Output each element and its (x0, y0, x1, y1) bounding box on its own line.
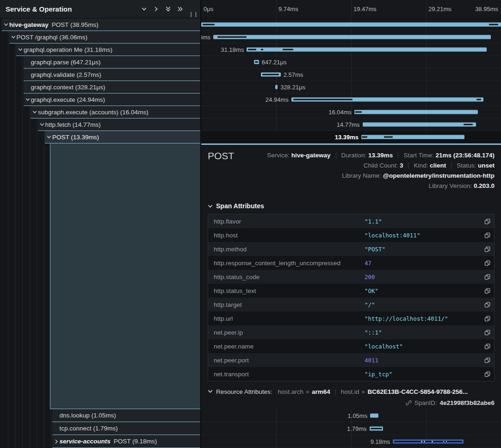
attribute-value: "::1" (365, 329, 480, 336)
link-icon[interactable] (406, 400, 412, 406)
attribute-key: net.transport (208, 371, 365, 378)
attribute-value: "/" (365, 301, 480, 308)
span-bar[interactable] (261, 73, 281, 77)
chevron-down-icon[interactable] (138, 3, 150, 15)
copy-icon[interactable] (480, 343, 494, 349)
span-tree-row[interactable]: http.fetch (14.77ms) (0, 118, 200, 131)
span-bar[interactable] (361, 135, 464, 139)
attribute-row: http.status_code200 (208, 270, 494, 284)
timeline-row[interactable]: 1.05ms (201, 409, 501, 422)
span-bar[interactable] (291, 98, 483, 102)
timeline-panel: 0μs9.74ms19.47ms29.21ms38.95ms 38.95ms36… (201, 0, 501, 448)
child-span-mark (476, 99, 481, 100)
span-bar[interactable] (370, 426, 383, 430)
copy-icon[interactable] (480, 316, 494, 322)
timeline-row[interactable]: 13.39ms (201, 131, 501, 143)
service-name: hive-gateway (9, 21, 49, 28)
timeline-row[interactable]: 36.06ms (201, 31, 501, 44)
timeline-row[interactable]: 31.18ms (201, 44, 501, 56)
meta-value: 13.39ms (368, 152, 393, 159)
attribute-key: http.url (208, 315, 365, 322)
copy-icon[interactable] (480, 218, 494, 224)
span-duration-label: 14.77ms (337, 121, 360, 128)
timeline-row[interactable]: 647.21μs (201, 56, 501, 68)
attribute-value: "http://localhost:4011/" (365, 315, 480, 322)
timeline-row[interactable]: 328.21μs (201, 81, 501, 93)
span-tree-row[interactable]: graphql.context (328.21μs) (0, 81, 200, 93)
panel-header: Service & Operation ❘❘ (0, 0, 200, 19)
span-tree-row[interactable]: POST /graphql (36.06ms) (0, 31, 200, 44)
meta-label: Child Count: (364, 162, 400, 169)
resource-attributes-row[interactable]: Resource Attributes: host.arch=arm64host… (208, 388, 495, 395)
copy-icon[interactable] (480, 288, 494, 294)
timeline-row[interactable]: 2.57ms (201, 68, 501, 81)
span-tree-row[interactable]: dns.lookup (1.05ms) (0, 409, 200, 422)
chevron-down-icon[interactable] (17, 47, 24, 52)
copy-icon[interactable] (480, 260, 494, 266)
chevron-down-icon[interactable] (31, 110, 38, 114)
span-meta: Service: hive-gatewayDuration: 13.39msSt… (208, 150, 495, 191)
copy-icon[interactable] (480, 302, 494, 308)
span-bar[interactable] (247, 48, 487, 52)
chevron-down-icon[interactable] (46, 135, 52, 139)
chevron-down-icon[interactable] (10, 35, 17, 39)
span-tree-row[interactable]: graphql.execute (24.94ms) (0, 93, 200, 106)
attribute-row: net.peer.port4011 (208, 353, 494, 367)
service-name: service-accounts (60, 438, 111, 445)
attribute-value: "localhost" (365, 343, 480, 350)
child-span-mark (464, 124, 473, 125)
resource-attributes-title: Resource Attributes: (216, 388, 272, 395)
chevron-down-icon[interactable] (25, 97, 31, 102)
copy-icon[interactable] (480, 330, 494, 336)
operation-name: dns.lookup (1.05ms) (60, 412, 116, 419)
meta-label: Service: (267, 152, 291, 159)
span-attributes-header[interactable]: Span Attributes (208, 202, 495, 210)
span-tree-row[interactable]: graphql.validate (2.57ms) (0, 68, 200, 81)
child-span-mark (394, 441, 462, 442)
copy-icon[interactable] (480, 274, 494, 280)
span-tree-row[interactable]: service-accountsPOST (9.18ms) (0, 435, 200, 448)
timeline-row[interactable]: 14.77ms (201, 118, 501, 131)
timeline-tick: 19.47ms (353, 6, 377, 12)
span-tree-row[interactable]: graphql.operation Me (31.18ms) (0, 44, 200, 56)
span-duration-label: 1.05ms (348, 412, 368, 419)
timeline-row[interactable]: 38.95ms (201, 19, 501, 31)
timeline-row[interactable]: 24.94ms (201, 93, 501, 106)
span-duration-label: 13.39ms (335, 134, 359, 141)
span-bar[interactable] (370, 413, 378, 417)
copy-icon[interactable] (480, 232, 494, 238)
timeline-row[interactable]: 16.04ms (201, 106, 501, 118)
copy-icon[interactable] (480, 246, 494, 252)
span-bar[interactable] (354, 110, 478, 114)
span-tree-row[interactable]: tcp.connect (1.79ms) (0, 422, 200, 435)
timeline-ruler: 0μs9.74ms19.47ms29.21ms38.95ms (201, 0, 501, 19)
span-tree-row[interactable]: subgraph.execute (accounts) (16.04ms) (0, 106, 200, 118)
span-tree-row[interactable]: POST (13.39ms) (0, 131, 200, 143)
meta-value: @opentelemetry/instrumentation-http (383, 172, 495, 179)
chevron-right-icon[interactable] (150, 3, 162, 15)
span-tree-row[interactable]: graphql.parse (647.21μs) (0, 56, 200, 68)
panel-title: Service & Operation (0, 5, 138, 13)
span-bar[interactable] (254, 60, 259, 64)
span-bar[interactable] (201, 23, 501, 27)
span-duration-label: 9.18ms (371, 438, 390, 445)
attribute-row: http.method"POST" (208, 242, 494, 256)
chevron-right-icon[interactable] (53, 439, 60, 444)
double-chevron-down-icon[interactable] (162, 3, 174, 15)
copy-icon[interactable] (480, 357, 494, 363)
span-bar[interactable] (363, 123, 476, 127)
span-bar[interactable] (393, 439, 464, 443)
child-span-mark (217, 37, 247, 38)
span-bar[interactable] (275, 85, 278, 89)
copy-icon[interactable] (480, 371, 494, 377)
panel-resize-handle[interactable]: ❘❘ (186, 11, 200, 18)
attribute-value: "POST" (365, 246, 480, 253)
span-tree-row[interactable]: hive-gatewayPOST (38.95ms) (0, 19, 200, 31)
double-chevron-right-icon[interactable] (174, 3, 186, 15)
chevron-down-icon[interactable] (39, 122, 45, 127)
span-duration-label: 36.06ms (201, 34, 210, 41)
timeline-row[interactable]: 9.18ms (201, 435, 501, 448)
timeline-row[interactable]: 1.79ms (201, 422, 501, 435)
chevron-down-icon[interactable] (3, 22, 9, 27)
span-bar[interactable] (213, 35, 491, 39)
